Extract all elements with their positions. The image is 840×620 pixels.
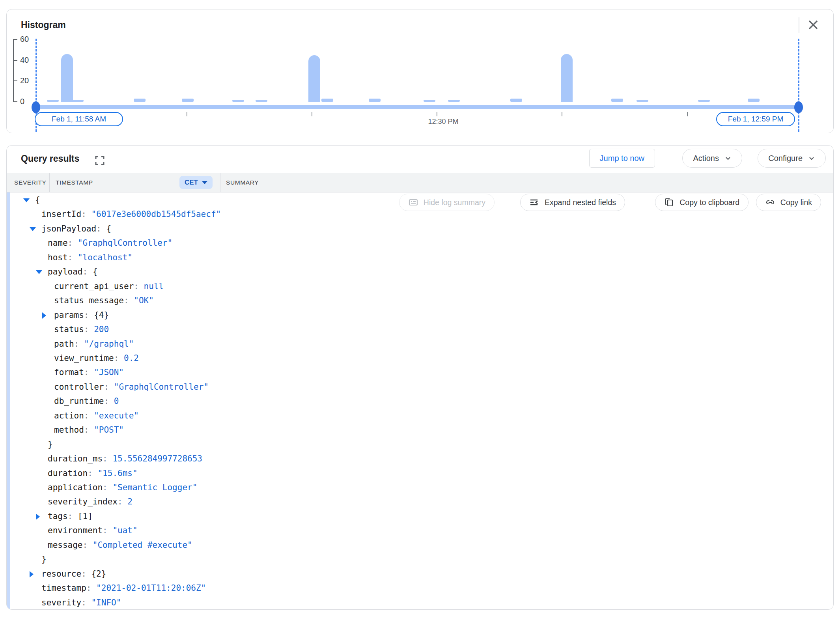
json-line: view_runtime: 0.2 <box>7 351 139 366</box>
json-line: jsonPayload: { <box>7 222 111 236</box>
range-start-pill[interactable]: Feb 1, 11:58 AM <box>35 112 123 126</box>
json-colon: : <box>104 396 114 406</box>
json-value: "GraphqlController" <box>114 382 209 392</box>
json-line: status_message: "OK" <box>7 293 154 308</box>
json-key: params <box>54 310 84 320</box>
timezone-chip[interactable]: CET <box>179 176 213 189</box>
histogram-bar <box>256 100 267 102</box>
histogram-bar <box>448 100 460 102</box>
json-key: db_runtime <box>54 396 104 406</box>
summary-icon <box>408 197 418 207</box>
json-line: resource: {2} <box>7 567 106 581</box>
expand-expander-icon[interactable] <box>36 514 40 520</box>
json-colon: : <box>74 339 84 349</box>
column-summary: SUMMARY <box>226 179 259 186</box>
json-line: duration_ms: 15.556284997728653 <box>7 452 202 466</box>
json-value: 15.556284997728653 <box>112 454 202 463</box>
range-start-label: Feb 1, 11:58 AM <box>52 115 106 123</box>
hide-log-summary-button[interactable]: Hide log summary <box>399 194 495 211</box>
json-value: "uat" <box>112 526 137 535</box>
json-line: name: "GraphqlController" <box>7 236 172 250</box>
json-line: message: "Completed #execute" <box>7 538 192 553</box>
histogram-panel: Histogram 6040200 Feb 1, 11:58 AM Feb 1,… <box>6 9 834 133</box>
expand-expander-icon[interactable] <box>30 571 34 577</box>
configure-button[interactable]: Configure <box>758 149 826 168</box>
collapse-expander-icon[interactable] <box>36 270 42 274</box>
expand-expander-icon[interactable] <box>42 312 46 319</box>
json-key: status_message <box>54 296 124 305</box>
close-divider <box>799 17 799 33</box>
configure-label: Configure <box>768 154 803 163</box>
collapse-expander-icon[interactable] <box>23 198 30 202</box>
y-axis-tick-label: 60 <box>20 35 29 44</box>
json-colon: : <box>84 325 94 334</box>
json-key: jsonPayload <box>41 224 96 233</box>
json-line: timestamp: "2021-02-01T11:20:06Z" <box>7 581 206 596</box>
json-value: "POST" <box>94 425 124 435</box>
json-line: severity: "INFO" <box>7 596 121 610</box>
json-value: "execute" <box>94 411 139 420</box>
json-key: duration <box>48 469 88 478</box>
fullscreen-icon[interactable] <box>94 155 105 166</box>
json-value: {4} <box>94 310 109 320</box>
json-line: controller: "GraphqlController" <box>7 380 209 394</box>
json-line: status: 200 <box>7 322 109 337</box>
json-key: controller <box>54 382 104 392</box>
range-guide-dashed-line <box>798 39 799 132</box>
jump-to-now-button[interactable]: Jump to now <box>589 149 655 168</box>
expand-nested-fields-label: Expand nested fields <box>545 198 616 207</box>
json-key: timestamp <box>41 583 86 593</box>
json-key: environment <box>48 526 103 535</box>
copy-to-clipboard-button[interactable]: Copy to clipboard <box>655 194 749 211</box>
chevron-down-icon <box>724 155 732 162</box>
json-colon: : <box>84 310 94 320</box>
histogram-title: Histogram <box>21 20 66 30</box>
range-end-pill[interactable]: Feb 1, 12:59 PM <box>716 112 795 126</box>
json-line: db_runtime: 0 <box>7 394 119 409</box>
json-key: duration_ms <box>48 454 103 463</box>
json-key: severity <box>41 598 81 607</box>
json-key: payload <box>48 267 83 276</box>
json-key: resource <box>41 569 81 579</box>
time-range-slider-track[interactable] <box>36 105 799 109</box>
json-colon: : <box>81 209 91 219</box>
json-colon: : <box>84 368 94 377</box>
json-key: method <box>54 425 84 435</box>
copy-link-button[interactable]: Copy link <box>756 194 821 211</box>
json-value: {2} <box>91 569 106 579</box>
close-icon[interactable] <box>806 18 820 32</box>
json-line: tags: [1] <box>7 509 93 524</box>
actions-label: Actions <box>693 154 719 163</box>
histogram-bar <box>232 100 244 102</box>
column-divider <box>220 173 220 192</box>
json-value: "localhost" <box>78 253 133 262</box>
json-colon: : <box>68 253 78 262</box>
histogram-bar <box>321 99 333 102</box>
collapse-expander-icon[interactable] <box>30 227 36 231</box>
query-results-title: Query results <box>21 153 79 164</box>
json-key: action <box>54 411 84 420</box>
json-line: path: "/graphql" <box>7 337 134 351</box>
y-axis-tick-label: 0 <box>20 97 24 106</box>
json-value: 2 <box>127 497 133 506</box>
json-value: "OK" <box>134 296 154 305</box>
json-line: host: "localhost" <box>7 250 133 265</box>
json-key: view_runtime <box>54 353 114 363</box>
json-key: host <box>48 253 68 262</box>
json-value: 0.2 <box>124 353 139 363</box>
slider-handle-start[interactable] <box>32 101 40 113</box>
histogram-bar <box>698 100 710 102</box>
json-brace: { <box>35 195 40 205</box>
slider-handle-end[interactable] <box>794 101 803 113</box>
json-colon: : <box>118 497 127 506</box>
json-key: format <box>54 368 84 377</box>
json-line: { <box>7 193 40 207</box>
json-key: insertId <box>41 209 81 219</box>
axis-mid-time-label: 12:30 PM <box>411 118 476 126</box>
expand-nested-fields-button[interactable]: Expand nested fields <box>520 194 625 211</box>
actions-button[interactable]: Actions <box>682 149 742 168</box>
json-colon: : <box>81 598 91 607</box>
json-brace: } <box>48 440 53 449</box>
json-line: duration: "15.6ms" <box>7 466 138 481</box>
json-colon: : <box>84 425 94 435</box>
